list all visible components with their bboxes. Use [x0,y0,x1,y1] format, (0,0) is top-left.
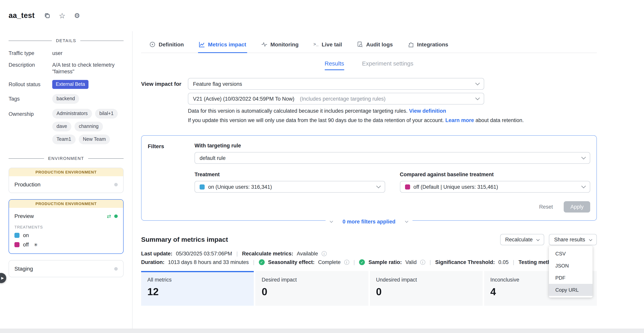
metric-summary-cards: All metrics 12 Desired impact 0 Undesire… [141,271,597,306]
sync-arrows-icon: ⇄ [107,213,111,219]
recalculate-metrics-value: Available [297,251,318,256]
treatment-on-label: on [23,232,29,238]
terminal-icon: >_ [314,42,318,47]
targeting-rule-value: default rule [200,155,226,161]
chevron-down-icon[interactable] [405,220,408,223]
metric-card-undesired-impact[interactable]: Undesired impact 0 [370,271,482,306]
treatment-on-row: on [9,232,123,238]
menu-item-csv[interactable]: CSV [549,248,593,260]
env-preview-name: Preview [14,213,34,219]
recalculate-button[interactable]: Recalculate [500,234,544,245]
info-icon[interactable] [420,260,425,265]
version-type-dropdown[interactable]: Feature flag versions [188,78,484,90]
tab-label: Integrations [417,41,448,48]
main-content: Definition Metrics impact [132,31,644,333]
details-title: DETAILS [56,38,76,43]
info-icon[interactable] [322,251,327,256]
owner-pill[interactable]: New Team [78,134,110,144]
share-results-button[interactable]: Share results [549,234,597,245]
tab-integrations[interactable]: Integrations [407,38,449,53]
seasonality-value: Complete [318,259,341,265]
summary-section: Summary of metrics impact Recalculate Sh… [141,234,597,306]
copy-icon[interactable] [44,12,50,19]
chevron-down-icon[interactable] [330,220,333,223]
status-dot-green [114,214,118,218]
tab-live-tail[interactable]: >_ Live tail [313,38,343,53]
subtab-experiment-settings[interactable]: Experiment settings [362,60,413,70]
tab-label: Definition [159,41,184,48]
seasonality-label: Seasonality effect: [268,259,314,265]
tab-label: Audit logs [366,41,393,48]
menu-item-json[interactable]: JSON [549,260,593,272]
more-filters-link[interactable]: 0 more filters applied [342,219,396,224]
more-filters-toggle: 0 more filters applied [325,219,413,224]
owner-pill[interactable]: Team1 [52,134,76,144]
tab-audit-logs[interactable]: Audit logs [356,38,394,53]
menu-item-copy-url[interactable]: Copy URL [549,284,593,296]
treatment-dropdown[interactable]: on (Unique users: 316,341) [194,181,385,193]
env-card-preview[interactable]: PRODUCTION ENVIRONMENT Preview ⇄ TREATME… [8,199,124,254]
targeting-rule-dropdown[interactable]: default rule [194,152,590,164]
details-section-header: DETAILS [8,38,124,43]
env-card-production[interactable]: PRODUCTION ENVIRONMENT Production [8,168,124,193]
rollout-status-label: Rollout status [8,81,52,88]
significance-threshold-label: Significance Threshold: [435,259,495,265]
summary-meta-line-2: Duration: 1013 days 8 hours and 33 minut… [141,259,597,265]
horizontal-scrollbar[interactable] [0,329,644,333]
tag-pill[interactable]: backend [52,94,79,104]
metric-card-desired-impact[interactable]: Desired impact 0 [256,271,368,306]
default-treatment-icon: ✳ [34,242,38,248]
baseline-dropdown[interactable]: off (Default | Unique users: 315,461) [400,181,590,193]
view-impact-section: View impact for Feature flag versions V2… [141,78,597,124]
sample-ratio-value: Valid [406,259,417,265]
chevron-down-icon [476,81,480,86]
last-update-label: Last update: [141,251,172,256]
env-card-header: PRODUCTION ENVIRONMENT [9,168,123,176]
treatment-off-row: off ✳ [9,242,123,248]
gear-icon[interactable]: ⚙ [74,12,80,20]
tab-label: Metrics impact [208,41,246,48]
owner-pill[interactable]: channing [74,122,103,132]
menu-item-pdf[interactable]: PDF [549,272,593,284]
apply-button[interactable]: Apply [564,201,590,212]
baseline-dropdown-value: off (Default | Unique users: 315,461) [414,184,498,190]
tab-monitoring[interactable]: Monitoring [260,38,300,53]
tab-label: Live tail [322,41,342,48]
tab-metrics-impact[interactable]: Metrics impact [198,38,247,53]
owner-pill[interactable]: dave [52,122,71,132]
status-dot-gray [114,183,118,186]
owner-pill[interactable]: bilal+1 [95,109,118,118]
tab-definition[interactable]: Definition [148,38,184,53]
tags-label: Tags [8,96,52,102]
check-circle-icon [359,259,365,265]
owner-pill[interactable]: Administrators [52,109,92,118]
recalculate-metrics-label: Recalculate metrics: [242,251,293,256]
chevron-down-icon [589,238,592,241]
env-card-staging[interactable]: Staging [8,260,124,277]
info-icon[interactable] [344,260,349,265]
page-header: aa_test ☆ ⚙ [0,0,644,31]
rollout-status-field: Rollout status External Beta [8,80,124,89]
pulse-icon [261,41,267,48]
document-search-icon [357,41,363,48]
view-definition-link[interactable]: View definition [409,108,446,114]
version-dropdown[interactable]: V21 (Active) (10/03/2022 04:59PM To Now)… [188,93,484,104]
version-type-value: Feature flag versions [193,81,242,87]
metric-card-all-metrics[interactable]: All metrics 12 [141,271,254,306]
star-icon[interactable]: ☆ [59,11,66,20]
sample-ratio-label: Sample ratio: [368,259,402,265]
environment-section-header: ENVIRONMENT [8,156,124,161]
learn-more-link[interactable]: Learn more [446,117,474,123]
reset-button[interactable]: Reset [539,204,553,210]
traffic-type-field: Traffic type user [8,50,124,56]
baseline-label: Compared against baseline treatment [400,172,590,178]
significance-threshold-value: 0.05 [498,259,509,265]
filters-panel: Filters With targeting rule default rule… [141,135,597,221]
env-production-name: Production [14,181,40,188]
puzzle-icon [408,41,414,48]
subtab-results[interactable]: Results [324,60,344,70]
traffic-type-label: Traffic type [8,50,52,56]
tags-field: Tags backend [8,94,124,104]
chevron-down-icon [536,238,540,241]
chevron-down-icon [376,184,381,188]
